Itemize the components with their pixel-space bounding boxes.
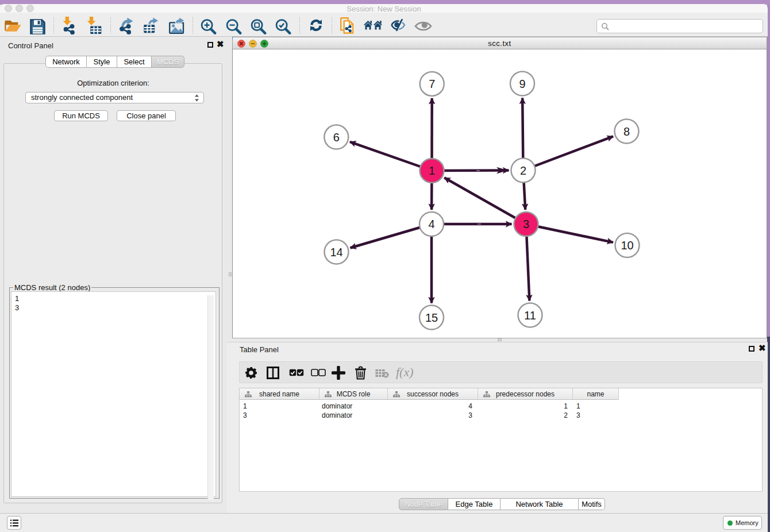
svg-text:11: 11 [524,309,536,322]
svg-text:7: 7 [429,78,435,90]
svg-text:4: 4 [428,218,434,230]
svg-text:1: 1 [429,164,435,177]
svg-text:14: 14 [330,246,342,259]
svg-text:9: 9 [519,78,525,90]
svg-text:15: 15 [425,311,438,324]
svg-text:3: 3 [523,218,529,230]
svg-text:8: 8 [623,125,630,138]
svg-text:6: 6 [333,131,340,144]
svg-text:10: 10 [621,239,633,252]
svg-text:2: 2 [520,164,526,177]
